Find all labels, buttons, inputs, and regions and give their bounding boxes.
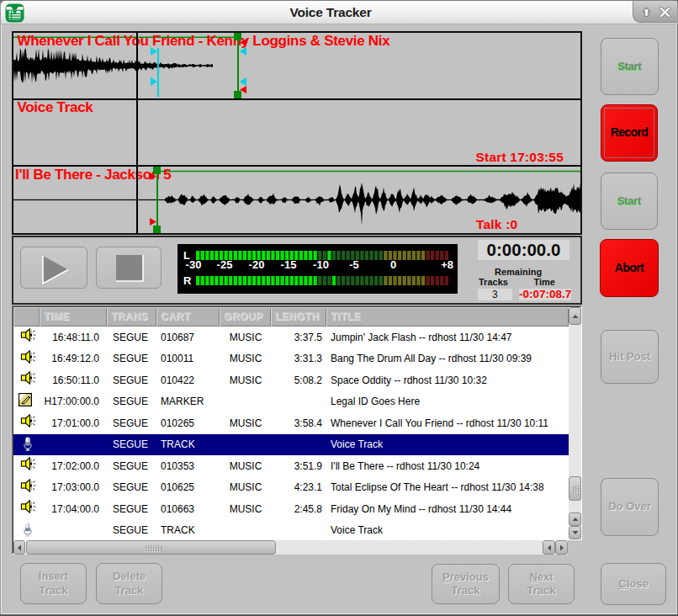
svg-text:0: 0 [390, 258, 396, 271]
svg-text:-25: -25 [217, 258, 233, 271]
svg-text:-20: -20 [249, 258, 265, 271]
svg-text:-30: -30 [186, 258, 202, 271]
svg-text:-10: -10 [313, 258, 329, 271]
svg-text:-15: -15 [281, 258, 297, 271]
svg-text:-5: -5 [349, 258, 359, 271]
svg-text:+8: +8 [441, 258, 453, 271]
svg-text:R: R [183, 274, 192, 287]
